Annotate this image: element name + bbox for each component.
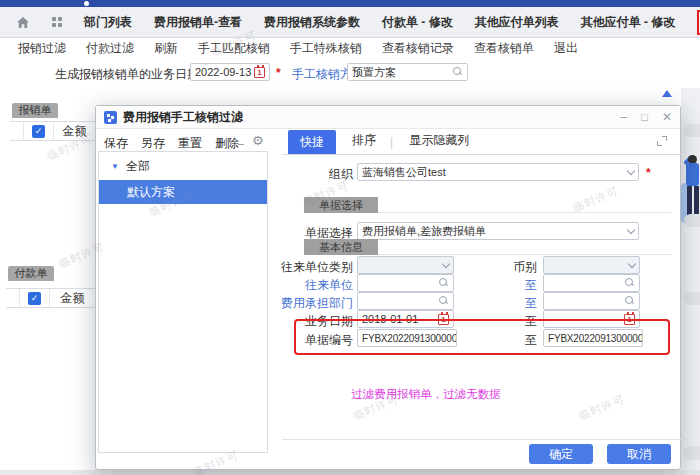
tree-node-all[interactable]: ▼ 全部 xyxy=(99,152,267,180)
tab-other-payable-edit[interactable]: 其他应付单 - 修改 xyxy=(581,14,676,31)
biz-date-value: 2022-09-13 xyxy=(195,66,251,78)
tab-quick[interactable]: 快捷 xyxy=(288,130,336,154)
counterpart-from-input[interactable] xyxy=(357,274,454,292)
illustration-pill xyxy=(684,292,700,305)
btn-exit[interactable]: 退出 xyxy=(554,40,578,57)
calendar-icon[interactable]: 1 xyxy=(254,67,265,78)
illustration-pill xyxy=(684,124,700,137)
chevron-down-icon[interactable] xyxy=(627,225,635,233)
dialog-tab-bar: 快捷 排序 | 显示隐藏列 xyxy=(282,129,681,155)
select-all-checkbox[interactable]: ✓ xyxy=(32,125,45,138)
close-icon[interactable]: ✕ xyxy=(662,110,672,124)
tab-sort[interactable]: 排序 xyxy=(352,132,376,154)
btn-expense-filter[interactable]: 报销过滤 xyxy=(18,40,66,57)
btn-refresh[interactable]: 刷新 xyxy=(154,40,178,57)
minimize-icon[interactable]: – xyxy=(621,110,628,124)
biz-date-input[interactable]: 2022-09-13 1 xyxy=(190,63,270,81)
search-icon[interactable] xyxy=(625,278,635,288)
chevron-down-icon[interactable] xyxy=(628,259,636,267)
counterpart-to-input[interactable] xyxy=(543,274,640,292)
tree-node-default-scheme-selected[interactable]: 默认方案 xyxy=(99,180,267,204)
gear-icon[interactable]: ⚙ xyxy=(252,133,264,148)
chevron-down-icon[interactable] xyxy=(627,166,635,174)
function-toolbar: 报销过滤 付款过滤 刷新 手工匹配核销 手工特殊核销 查看核销记录 查看核销单 … xyxy=(0,38,700,58)
org-value: 蓝海销售公司test xyxy=(362,165,446,180)
counterpart-type-label: 往来单位类别 xyxy=(253,259,353,276)
apps-grid-icon[interactable] xyxy=(52,17,62,27)
ok-button[interactable]: 确定 xyxy=(529,444,593,464)
expense-dept-from-input[interactable] xyxy=(357,292,454,310)
biz-date-label: 生成报销核销单的业务日期 xyxy=(55,66,199,83)
tab-show-hide-columns[interactable]: 显示隐藏列 xyxy=(409,132,469,154)
tab-dept-list[interactable]: 部门列表 xyxy=(84,14,132,31)
amount-column-header: 金额 xyxy=(54,123,95,140)
filter-status-message: 过滤费用报销单，过滤无数据 xyxy=(286,387,566,402)
reset-button[interactable]: 重置 xyxy=(178,135,202,152)
counterpart-to-label[interactable]: 至 xyxy=(497,277,537,294)
manual-plan-input[interactable]: 预置方案 xyxy=(347,63,468,81)
manual-plan-value: 预置方案 xyxy=(352,65,396,80)
scheme-toolbar: 保存 另存 重置 删除 xyxy=(104,135,239,152)
bill-select-dropdown[interactable]: 费用报销单,差旅费报销单 xyxy=(357,222,639,240)
more-icon[interactable]: – xyxy=(238,137,244,149)
btn-view-verify-records[interactable]: 查看核销记录 xyxy=(382,40,454,57)
tree-collapse-icon[interactable]: ▼ xyxy=(111,162,119,171)
expand-icon[interactable] xyxy=(657,136,667,146)
btn-manual-special-verify[interactable]: 手工特殊核销 xyxy=(290,40,362,57)
row-indicator-column xyxy=(10,122,24,140)
search-icon[interactable] xyxy=(625,296,635,306)
expense-dept-to-input[interactable] xyxy=(543,292,640,310)
home-icon[interactable] xyxy=(16,16,30,29)
org-label: 组织 xyxy=(253,166,353,183)
btn-view-verify-doc[interactable]: 查看核销单 xyxy=(474,40,534,57)
section-bill-selection: 单据选择 xyxy=(304,197,378,213)
btn-payment-filter[interactable]: 付款过滤 xyxy=(86,40,134,57)
search-icon[interactable] xyxy=(439,278,449,288)
bill-select-value: 费用报销单,差旅费报销单 xyxy=(362,224,486,239)
counterpart-label[interactable]: 往来单位 xyxy=(253,277,353,294)
dialog-titlebar[interactable]: 费用报销手工核销过滤 – □ ✕ xyxy=(96,106,680,129)
illustration-pill xyxy=(683,446,700,460)
select-all-checkbox[interactable]: ✓ xyxy=(28,292,41,305)
save-as-button[interactable]: 另存 xyxy=(141,135,165,152)
dialog-title: 费用报销手工核销过滤 xyxy=(123,109,243,126)
document-tab-bar: 部门列表 费用报销单-查看 费用报销系统参数 付款单 - 修改 其他应付单列表 … xyxy=(0,7,700,38)
tab-divider: | xyxy=(390,135,393,154)
illustration-person-leg xyxy=(694,186,699,216)
scheme-tree-panel: ▼ 全部 默认方案 xyxy=(98,151,268,453)
org-select[interactable]: 蓝海销售公司test xyxy=(357,163,639,181)
row-indicator-column xyxy=(6,289,20,307)
currency-label: 币别 xyxy=(497,259,537,276)
search-icon[interactable] xyxy=(453,67,463,77)
expense-dept-label[interactable]: 费用承担部门 xyxy=(253,295,353,312)
bottom-window-strip xyxy=(0,470,700,475)
top-window-strip xyxy=(0,0,700,7)
maximize-icon[interactable]: □ xyxy=(641,111,648,123)
btn-manual-match-verify[interactable]: 手工匹配核销 xyxy=(198,40,270,57)
expense-table-header: ✓ 金额 xyxy=(10,121,95,141)
section-line xyxy=(378,197,671,213)
illustration-person-torso xyxy=(686,163,699,186)
payment-bill-tab[interactable]: 付款单 xyxy=(8,266,54,281)
chevron-down-icon[interactable] xyxy=(442,259,450,267)
cancel-button[interactable]: 取消 xyxy=(607,444,671,464)
illustration-pill xyxy=(684,214,700,227)
tab-payment-edit[interactable]: 付款单 - 修改 xyxy=(382,14,453,31)
delete-button[interactable]: 删除 xyxy=(215,135,239,152)
search-icon[interactable] xyxy=(439,296,449,306)
background-right-area xyxy=(681,88,700,470)
red-annotation-box xyxy=(294,319,670,355)
section-line xyxy=(378,239,671,255)
expense-bill-tab[interactable]: 报销单 xyxy=(12,103,58,118)
illustration-person-leg xyxy=(687,186,692,216)
section-basic-info: 基本信息 xyxy=(304,239,378,255)
counterpart-type-select[interactable] xyxy=(357,256,454,274)
save-button[interactable]: 保存 xyxy=(104,135,128,152)
tab-expense-params[interactable]: 费用报销系统参数 xyxy=(264,14,360,31)
select-all-cell: ✓ xyxy=(20,289,50,307)
blue-arrow-icon xyxy=(662,90,672,97)
expense-dept-to-label[interactable]: 至 xyxy=(497,295,537,312)
currency-select[interactable] xyxy=(543,256,640,274)
tab-other-payable-list[interactable]: 其他应付单列表 xyxy=(475,14,559,31)
tab-expense-view[interactable]: 费用报销单-查看 xyxy=(154,14,242,31)
